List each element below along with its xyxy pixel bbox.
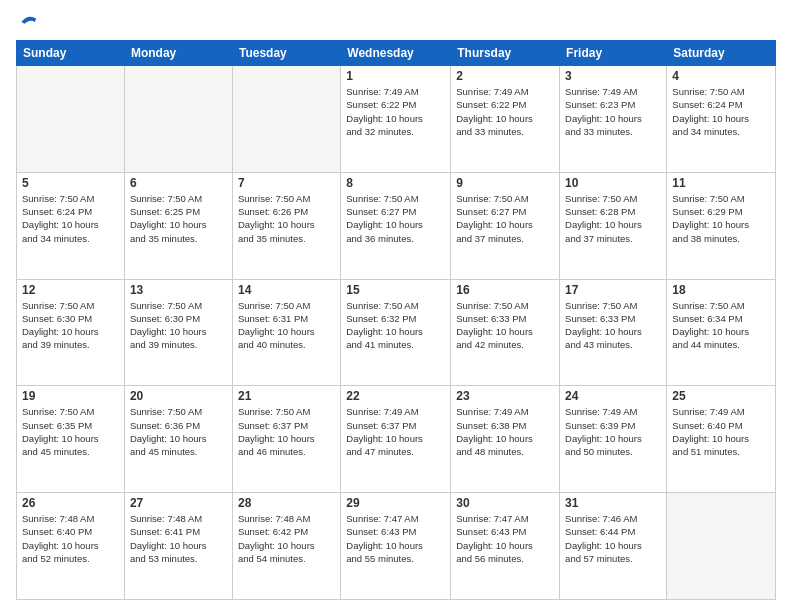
calendar-cell	[232, 66, 340, 173]
day-number: 24	[565, 389, 661, 403]
day-header-wednesday: Wednesday	[341, 41, 451, 66]
day-number: 21	[238, 389, 335, 403]
day-number: 19	[22, 389, 119, 403]
day-number: 12	[22, 283, 119, 297]
logo	[16, 12, 38, 32]
calendar-cell: 27Sunrise: 7:48 AM Sunset: 6:41 PM Dayli…	[124, 493, 232, 600]
day-info: Sunrise: 7:50 AM Sunset: 6:31 PM Dayligh…	[238, 299, 335, 352]
day-number: 11	[672, 176, 770, 190]
day-info: Sunrise: 7:50 AM Sunset: 6:26 PM Dayligh…	[238, 192, 335, 245]
calendar-cell: 5Sunrise: 7:50 AM Sunset: 6:24 PM Daylig…	[17, 172, 125, 279]
calendar-cell: 6Sunrise: 7:50 AM Sunset: 6:25 PM Daylig…	[124, 172, 232, 279]
day-info: Sunrise: 7:50 AM Sunset: 6:30 PM Dayligh…	[130, 299, 227, 352]
header	[16, 12, 776, 32]
logo-icon	[18, 12, 38, 32]
calendar-cell: 4Sunrise: 7:50 AM Sunset: 6:24 PM Daylig…	[667, 66, 776, 173]
day-info: Sunrise: 7:50 AM Sunset: 6:24 PM Dayligh…	[22, 192, 119, 245]
week-row-5: 26Sunrise: 7:48 AM Sunset: 6:40 PM Dayli…	[17, 493, 776, 600]
calendar-cell: 28Sunrise: 7:48 AM Sunset: 6:42 PM Dayli…	[232, 493, 340, 600]
page: SundayMondayTuesdayWednesdayThursdayFrid…	[0, 0, 792, 612]
day-info: Sunrise: 7:50 AM Sunset: 6:28 PM Dayligh…	[565, 192, 661, 245]
day-header-monday: Monday	[124, 41, 232, 66]
day-number: 27	[130, 496, 227, 510]
day-info: Sunrise: 7:47 AM Sunset: 6:43 PM Dayligh…	[346, 512, 445, 565]
day-info: Sunrise: 7:49 AM Sunset: 6:39 PM Dayligh…	[565, 405, 661, 458]
day-number: 1	[346, 69, 445, 83]
day-number: 13	[130, 283, 227, 297]
day-info: Sunrise: 7:49 AM Sunset: 6:37 PM Dayligh…	[346, 405, 445, 458]
day-number: 6	[130, 176, 227, 190]
calendar-header: SundayMondayTuesdayWednesdayThursdayFrid…	[17, 41, 776, 66]
day-number: 4	[672, 69, 770, 83]
calendar-cell: 10Sunrise: 7:50 AM Sunset: 6:28 PM Dayli…	[560, 172, 667, 279]
day-number: 3	[565, 69, 661, 83]
calendar-cell: 2Sunrise: 7:49 AM Sunset: 6:22 PM Daylig…	[451, 66, 560, 173]
calendar-cell: 30Sunrise: 7:47 AM Sunset: 6:43 PM Dayli…	[451, 493, 560, 600]
day-header-thursday: Thursday	[451, 41, 560, 66]
day-number: 25	[672, 389, 770, 403]
day-info: Sunrise: 7:50 AM Sunset: 6:24 PM Dayligh…	[672, 85, 770, 138]
calendar-cell	[667, 493, 776, 600]
day-number: 14	[238, 283, 335, 297]
day-number: 15	[346, 283, 445, 297]
calendar-cell: 26Sunrise: 7:48 AM Sunset: 6:40 PM Dayli…	[17, 493, 125, 600]
day-info: Sunrise: 7:50 AM Sunset: 6:35 PM Dayligh…	[22, 405, 119, 458]
day-info: Sunrise: 7:50 AM Sunset: 6:30 PM Dayligh…	[22, 299, 119, 352]
day-number: 8	[346, 176, 445, 190]
calendar-cell: 13Sunrise: 7:50 AM Sunset: 6:30 PM Dayli…	[124, 279, 232, 386]
calendar-cell: 17Sunrise: 7:50 AM Sunset: 6:33 PM Dayli…	[560, 279, 667, 386]
day-header-tuesday: Tuesday	[232, 41, 340, 66]
week-row-1: 1Sunrise: 7:49 AM Sunset: 6:22 PM Daylig…	[17, 66, 776, 173]
day-number: 7	[238, 176, 335, 190]
day-info: Sunrise: 7:49 AM Sunset: 6:22 PM Dayligh…	[346, 85, 445, 138]
calendar-cell: 18Sunrise: 7:50 AM Sunset: 6:34 PM Dayli…	[667, 279, 776, 386]
day-info: Sunrise: 7:49 AM Sunset: 6:22 PM Dayligh…	[456, 85, 554, 138]
day-info: Sunrise: 7:49 AM Sunset: 6:38 PM Dayligh…	[456, 405, 554, 458]
day-number: 22	[346, 389, 445, 403]
calendar-cell: 29Sunrise: 7:47 AM Sunset: 6:43 PM Dayli…	[341, 493, 451, 600]
calendar-cell: 14Sunrise: 7:50 AM Sunset: 6:31 PM Dayli…	[232, 279, 340, 386]
day-header-friday: Friday	[560, 41, 667, 66]
day-number: 28	[238, 496, 335, 510]
day-info: Sunrise: 7:50 AM Sunset: 6:25 PM Dayligh…	[130, 192, 227, 245]
calendar-cell: 8Sunrise: 7:50 AM Sunset: 6:27 PM Daylig…	[341, 172, 451, 279]
calendar-cell: 3Sunrise: 7:49 AM Sunset: 6:23 PM Daylig…	[560, 66, 667, 173]
calendar-cell: 25Sunrise: 7:49 AM Sunset: 6:40 PM Dayli…	[667, 386, 776, 493]
calendar-cell	[17, 66, 125, 173]
day-number: 9	[456, 176, 554, 190]
day-number: 30	[456, 496, 554, 510]
day-number: 23	[456, 389, 554, 403]
day-info: Sunrise: 7:48 AM Sunset: 6:41 PM Dayligh…	[130, 512, 227, 565]
calendar-cell: 19Sunrise: 7:50 AM Sunset: 6:35 PM Dayli…	[17, 386, 125, 493]
calendar-table: SundayMondayTuesdayWednesdayThursdayFrid…	[16, 40, 776, 600]
day-number: 16	[456, 283, 554, 297]
day-number: 29	[346, 496, 445, 510]
day-info: Sunrise: 7:50 AM Sunset: 6:33 PM Dayligh…	[456, 299, 554, 352]
day-number: 18	[672, 283, 770, 297]
day-info: Sunrise: 7:50 AM Sunset: 6:37 PM Dayligh…	[238, 405, 335, 458]
calendar-body: 1Sunrise: 7:49 AM Sunset: 6:22 PM Daylig…	[17, 66, 776, 600]
day-info: Sunrise: 7:50 AM Sunset: 6:27 PM Dayligh…	[346, 192, 445, 245]
day-header-sunday: Sunday	[17, 41, 125, 66]
day-header-saturday: Saturday	[667, 41, 776, 66]
calendar-cell: 23Sunrise: 7:49 AM Sunset: 6:38 PM Dayli…	[451, 386, 560, 493]
calendar-cell: 12Sunrise: 7:50 AM Sunset: 6:30 PM Dayli…	[17, 279, 125, 386]
day-info: Sunrise: 7:49 AM Sunset: 6:40 PM Dayligh…	[672, 405, 770, 458]
day-info: Sunrise: 7:49 AM Sunset: 6:23 PM Dayligh…	[565, 85, 661, 138]
day-number: 20	[130, 389, 227, 403]
day-number: 17	[565, 283, 661, 297]
day-number: 5	[22, 176, 119, 190]
day-info: Sunrise: 7:50 AM Sunset: 6:36 PM Dayligh…	[130, 405, 227, 458]
calendar-cell: 22Sunrise: 7:49 AM Sunset: 6:37 PM Dayli…	[341, 386, 451, 493]
week-row-2: 5Sunrise: 7:50 AM Sunset: 6:24 PM Daylig…	[17, 172, 776, 279]
day-info: Sunrise: 7:50 AM Sunset: 6:27 PM Dayligh…	[456, 192, 554, 245]
day-info: Sunrise: 7:50 AM Sunset: 6:34 PM Dayligh…	[672, 299, 770, 352]
week-row-4: 19Sunrise: 7:50 AM Sunset: 6:35 PM Dayli…	[17, 386, 776, 493]
day-info: Sunrise: 7:50 AM Sunset: 6:29 PM Dayligh…	[672, 192, 770, 245]
day-number: 31	[565, 496, 661, 510]
week-row-3: 12Sunrise: 7:50 AM Sunset: 6:30 PM Dayli…	[17, 279, 776, 386]
calendar-cell: 21Sunrise: 7:50 AM Sunset: 6:37 PM Dayli…	[232, 386, 340, 493]
day-number: 10	[565, 176, 661, 190]
day-info: Sunrise: 7:48 AM Sunset: 6:40 PM Dayligh…	[22, 512, 119, 565]
day-number: 26	[22, 496, 119, 510]
